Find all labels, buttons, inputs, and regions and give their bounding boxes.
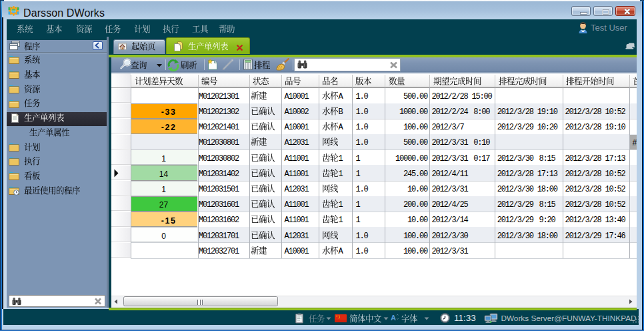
svg-text:A: A: [391, 314, 396, 322]
